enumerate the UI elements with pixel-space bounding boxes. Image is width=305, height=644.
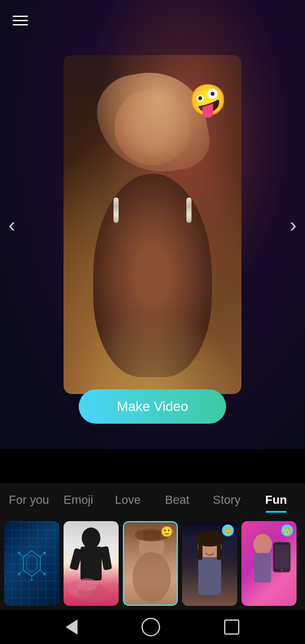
- crown-badge-4: 👑: [222, 525, 234, 536]
- thumb-bg-circuit: [4, 521, 59, 606]
- next-arrow[interactable]: ›: [290, 213, 297, 236]
- thumbnail-5[interactable]: 👑: [241, 521, 297, 606]
- svg-rect-28: [217, 539, 221, 560]
- svg-rect-32: [274, 545, 289, 569]
- menu-icon[interactable]: [13, 13, 28, 28]
- tab-emoji[interactable]: Emoji: [54, 489, 103, 511]
- tab-beat[interactable]: Beat: [152, 489, 202, 511]
- svg-point-29: [253, 534, 272, 555]
- earring-right: [186, 197, 191, 223]
- back-button[interactable]: [66, 619, 78, 635]
- svg-point-11: [30, 579, 33, 580]
- svg-point-20: [133, 552, 171, 603]
- thumbnails-row: 🙂 👑: [0, 517, 305, 610]
- thumbnail-3[interactable]: 🙂: [123, 521, 178, 606]
- thumbnail-1[interactable]: [4, 521, 59, 606]
- svg-marker-0: [23, 551, 40, 576]
- svg-point-10: [43, 573, 46, 575]
- home-button[interactable]: [141, 618, 160, 636]
- android-navigation: [0, 610, 305, 644]
- svg-point-9: [18, 573, 20, 575]
- thumb-bg-phone: 👑: [241, 521, 297, 606]
- recents-button[interactable]: [224, 619, 239, 635]
- svg-marker-1: [27, 555, 37, 572]
- thumbnail-2[interactable]: [64, 521, 119, 606]
- video-section: 🤪 ‹ › Make Video: [0, 0, 305, 449]
- make-video-button[interactable]: Make Video: [79, 389, 226, 424]
- svg-point-12: [82, 527, 100, 549]
- svg-point-33: [280, 569, 283, 571]
- svg-rect-24: [198, 557, 221, 595]
- thumb-bg-smoke: [64, 521, 119, 606]
- svg-rect-13: [80, 547, 102, 580]
- svg-point-7: [18, 552, 20, 554]
- tab-story[interactable]: Story: [202, 489, 252, 511]
- category-tabs: For you Emoji Love Beat Story Fun: [0, 483, 305, 517]
- tab-love[interactable]: Love: [103, 489, 152, 511]
- svg-rect-30: [254, 553, 271, 583]
- thumb-bg-girl: 👑: [182, 521, 237, 606]
- earring-left: [114, 197, 119, 223]
- svg-rect-27: [198, 539, 202, 560]
- glow-bottom: [64, 309, 241, 394]
- svg-point-8: [43, 552, 46, 554]
- video-card: 🤪: [64, 55, 241, 394]
- tab-fun[interactable]: Fun: [251, 489, 301, 511]
- prev-arrow[interactable]: ‹: [8, 213, 15, 236]
- svg-point-18: [76, 578, 97, 591]
- tab-for-you[interactable]: For you: [4, 489, 54, 511]
- thumb-bg-portrait: 🙂: [124, 522, 177, 605]
- svg-rect-22: [143, 531, 160, 539]
- crown-badge-5: 👑: [281, 525, 293, 536]
- emoji-sticker: 🤪: [189, 82, 227, 118]
- bottom-area: For you Emoji Love Beat Story Fun: [0, 483, 305, 644]
- thumbnail-4[interactable]: 👑: [182, 521, 237, 606]
